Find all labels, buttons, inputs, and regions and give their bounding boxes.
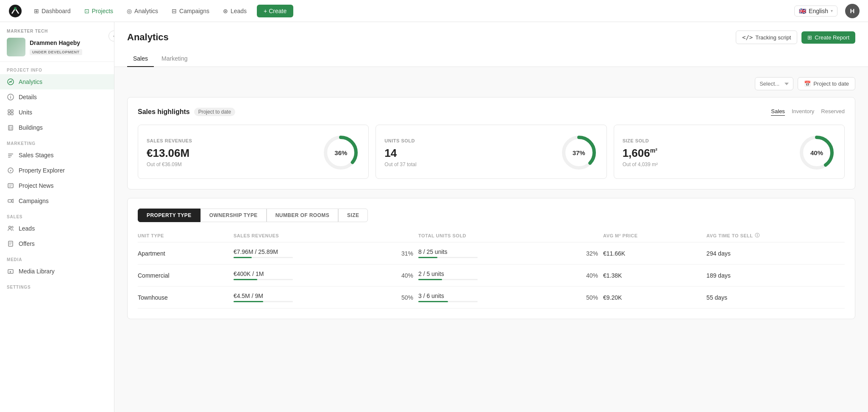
- cell-units-sold: 2 / 5 units: [418, 264, 586, 287]
- building-icon: [7, 124, 14, 131]
- tracking-script-button[interactable]: </> Tracking script: [736, 31, 797, 44]
- col-unit-type: UNIT TYPE: [138, 229, 234, 242]
- cell-unit-type: Apartment: [138, 242, 234, 264]
- create-report-button[interactable]: ⊞ Create Report: [801, 31, 855, 44]
- filter-tab-rooms[interactable]: NUMBER OF ROOMS: [267, 209, 338, 222]
- cell-unit-type: Commercial: [138, 264, 234, 287]
- sidebar-item-project-news[interactable]: Project News: [0, 178, 114, 193]
- top-nav: ⊞ Dashboard ⊡ Projects ◎ Analytics ⊟ Cam…: [0, 0, 868, 22]
- main-tabs: Sales Marketing: [127, 51, 855, 67]
- svg-point-25: [11, 226, 13, 228]
- folder-icon: ⊡: [84, 8, 89, 14]
- filter-tab-property-type[interactable]: PROPERTY TYPE: [138, 209, 200, 222]
- cell-unit-type: Townhouse: [138, 287, 234, 309]
- sidebar-item-sales-stages[interactable]: Sales Stages: [0, 148, 114, 163]
- table-row: Commercial €400K / 1M 40% 2 / 5 units 40…: [138, 264, 845, 287]
- grid2-icon: [7, 109, 14, 116]
- cell-units-pct: 40%: [586, 264, 603, 287]
- grid-icon: ⊞: [34, 8, 39, 14]
- svg-point-0: [9, 5, 22, 17]
- sidebar-item-offers[interactable]: Offers: [0, 236, 114, 251]
- sidebar-item-details[interactable]: Details: [0, 89, 114, 105]
- tab-marketing[interactable]: Marketing: [156, 51, 193, 67]
- cell-units-sold: 8 / 25 units: [418, 242, 586, 264]
- sidebar-item-units[interactable]: Units: [0, 105, 114, 120]
- cell-avg-price: €1.38K: [603, 264, 707, 287]
- stages-icon: [7, 151, 14, 159]
- sidebar-project-info: MARKETER TECH Drammen Hageby UNDER DEVEL…: [0, 22, 114, 62]
- svg-rect-13: [11, 127, 12, 128]
- tab-sales[interactable]: Sales: [127, 51, 154, 67]
- offers-icon: [7, 240, 14, 248]
- language-selector[interactable]: 🇬🇧 English ▾: [794, 6, 837, 17]
- cell-avg-time: 294 days: [707, 242, 845, 264]
- col-sales-revenue: SALES REVENUES: [234, 229, 418, 242]
- info-circle-icon: ⓘ: [755, 232, 760, 239]
- content-area: Select... 📅 Project to date Sales highli…: [114, 67, 868, 338]
- col-avg-price: AVG M² PRICE: [603, 229, 707, 242]
- table-row: Townhouse €4.5M / 9M 50% 3 / 6 units 50%…: [138, 287, 845, 309]
- info-icon: [7, 93, 14, 101]
- cell-avg-price: €9.20K: [603, 287, 707, 309]
- code-icon: </>: [742, 34, 753, 41]
- nav-projects[interactable]: ⊡ Projects: [79, 5, 119, 17]
- nav-analytics[interactable]: ◎ Analytics: [122, 5, 163, 17]
- sidebar: ‹ MARKETER TECH Drammen Hageby UNDER DEV…: [0, 22, 114, 412]
- col-units-sold: TOTAL UNITS SOLD: [418, 229, 603, 242]
- nav-campaigns[interactable]: ⊟ Campaigns: [167, 5, 214, 17]
- nav-leads[interactable]: ⊛ Leads: [218, 5, 252, 17]
- leads-icon: [7, 225, 14, 232]
- nav-dashboard[interactable]: ⊞ Dashboard: [29, 5, 76, 17]
- filter-tab-size[interactable]: SIZE: [338, 209, 368, 222]
- svg-rect-9: [11, 113, 13, 115]
- cell-sales-pct: 50%: [401, 287, 418, 309]
- logo[interactable]: [8, 4, 22, 18]
- filter-tabs-row: PROPERTY TYPE OWNERSHIP TYPE NUMBER OF R…: [138, 209, 845, 222]
- sidebar-item-analytics[interactable]: Analytics: [0, 74, 114, 89]
- analytics-icon: [7, 78, 14, 86]
- svg-point-5: [10, 95, 11, 96]
- user-avatar[interactable]: H: [845, 4, 860, 18]
- main-header: Analytics </> Tracking script ⊞ Create R…: [114, 22, 868, 67]
- users-icon: ⊛: [223, 8, 228, 14]
- section-label-marketing: MARKETING: [0, 135, 114, 148]
- section-label-settings: SETTINGS: [0, 279, 114, 291]
- section-label-sales: SALES: [0, 209, 114, 221]
- cell-units-pct: 32%: [586, 242, 603, 264]
- select-filter[interactable]: Select...: [755, 77, 793, 90]
- metrics-row: SALES REVENUES €13.06M Out of €36.09M 36…: [138, 125, 845, 179]
- svg-rect-20: [8, 184, 13, 188]
- project-name: Drammen Hageby: [30, 39, 82, 46]
- news-icon: [7, 182, 14, 189]
- project-thumbnail: [7, 38, 25, 56]
- sales-highlights-card: Sales highlights Project to date Sales I…: [127, 97, 855, 189]
- create-button[interactable]: + Create: [257, 5, 293, 17]
- view-tab-sales[interactable]: Sales: [771, 108, 785, 116]
- date-filter-button[interactable]: 📅 Project to date: [798, 77, 855, 90]
- view-tab-reserved[interactable]: Reserved: [821, 108, 845, 116]
- flag-icon: 🇬🇧: [799, 8, 806, 14]
- donut-units-sold: 37%: [560, 134, 598, 172]
- sidebar-item-property-explorer[interactable]: Property Explorer: [0, 163, 114, 178]
- filter-row: Select... 📅 Project to date: [127, 77, 855, 90]
- svg-rect-26: [8, 241, 13, 246]
- svg-point-24: [9, 226, 11, 228]
- svg-rect-12: [9, 127, 10, 128]
- sidebar-item-media-library[interactable]: Media Library: [0, 264, 114, 279]
- chart-icon: ◎: [127, 8, 132, 14]
- media-icon: [7, 267, 14, 275]
- svg-rect-16: [8, 153, 13, 155]
- sidebar-item-campaigns[interactable]: Campaigns: [0, 193, 114, 209]
- cell-sales-revenue: €7.96M / 25.89M: [234, 242, 401, 264]
- filter-tab-ownership-type[interactable]: OWNERSHIP TYPE: [200, 209, 267, 222]
- cell-units-pct: 50%: [586, 287, 603, 309]
- sidebar-item-buildings[interactable]: Buildings: [0, 120, 114, 135]
- sidebar-item-leads[interactable]: Leads: [0, 221, 114, 236]
- section-label-media: MEDIA: [0, 251, 114, 264]
- view-tab-inventory[interactable]: Inventory: [792, 108, 814, 116]
- page-title: Analytics: [127, 32, 169, 43]
- highlights-view-tabs: Sales Inventory Reserved: [771, 108, 845, 116]
- metric-sales-revenue: SALES REVENUES €13.06M Out of €36.09M 36…: [138, 125, 369, 179]
- metric-size-sold: SIZE SOLD 1,606m² Out of 4,039 m² 40: [614, 125, 845, 179]
- donut-size-sold: 40%: [798, 134, 836, 172]
